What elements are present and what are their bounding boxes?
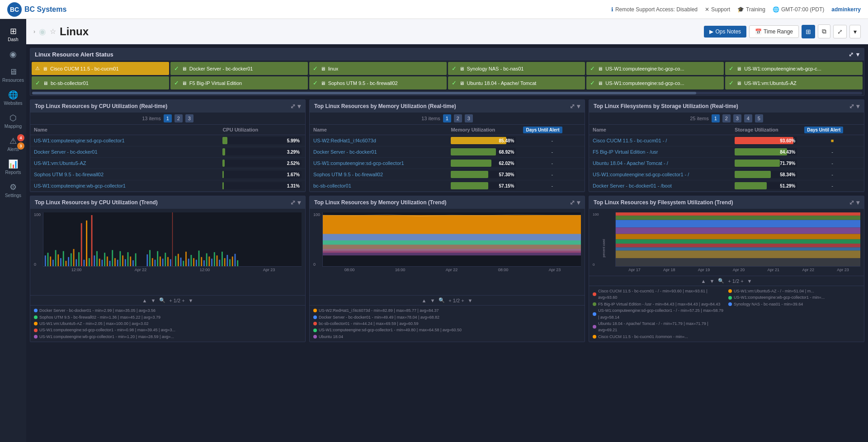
up-arrow[interactable]: ▲ [142, 298, 147, 303]
zoom-icon[interactable]: 🔍 [159, 297, 165, 303]
page-btn-stor-3[interactable]: 3 [733, 114, 741, 122]
page-btn-stor-5[interactable]: 5 [755, 114, 763, 122]
expand-icon-memory[interactable]: ⤢ [570, 103, 575, 110]
fullscreen-button[interactable]: ⤢ [833, 25, 847, 38]
sidebar-item-websites[interactable]: 🌐 Websites [0, 86, 26, 109]
down-icon[interactable]: ▼ [189, 298, 193, 303]
expand-icon-cpu-trend[interactable]: ⤢ [290, 199, 296, 206]
time-range-button[interactable]: 📅 Time Range [749, 25, 799, 38]
resource-link[interactable]: Docker Server - bc-docker01 [313, 149, 377, 155]
list-item[interactable]: ⚠ 🖥 Cisco CUCM 11.5 - bc-cucm01 [32, 62, 169, 75]
alert-collapse-icon[interactable]: ▾ [856, 51, 859, 58]
resource-link[interactable]: US-W1:vm:Ubuntu5-AZ [34, 160, 86, 166]
page-btn-mem-1[interactable]: 1 [443, 114, 451, 122]
table-row[interactable]: US-W1:computeengine:sd-gcp-collector1 5.… [30, 135, 305, 146]
table-row[interactable]: US-W2:RedHat1_i:f4c6073d 85.48% - [310, 135, 585, 146]
table-row[interactable]: F5 Big-IP Virtual Edition - /usr 84.43% … [589, 146, 864, 158]
up-arrow-fs[interactable]: ▲ [701, 278, 706, 284]
resource-link[interactable]: bc-sb-collector01 [313, 183, 351, 188]
page-btn-stor-4[interactable]: 4 [744, 114, 752, 122]
resource-link[interactable]: US-W1:computeengine:sd-gcp-collector1 - … [593, 172, 689, 177]
resource-link[interactable]: Cisco CUCM 11.5 - bc-cucm01 - / [593, 138, 667, 143]
resource-link[interactable]: US-W2:RedHat1_i:f4c6073d [313, 138, 376, 143]
sidebar-item-alerts[interactable]: ⚠ Alerts 4 3 [0, 132, 26, 155]
collapse-icon-mem-trend[interactable]: ▾ [577, 199, 580, 206]
list-item[interactable]: ✓ 🖥 US-W1:computeengine:sd-gcp-co... [586, 76, 724, 89]
list-item[interactable]: ✓ 🖥 Sophos UTM 9.5 - bc-firewall02 [309, 76, 447, 89]
zoom-icon-mem[interactable]: 🔍 [439, 297, 445, 303]
expand-icon-mem-trend[interactable]: ⤢ [570, 199, 575, 206]
training-link[interactable]: 🎓 Training [737, 6, 765, 13]
sidebar-item-dash[interactable]: ⊞ Dash [0, 23, 26, 46]
resource-link[interactable]: Docker Server - bc-docker01 - /boot [593, 183, 672, 188]
alert-expand-icon[interactable]: ⤢ [849, 51, 854, 58]
resource-link[interactable]: US-W1:computeengine:wb-gcp-collector1 [34, 183, 126, 188]
table-row[interactable]: Ubuntu 18.04 - Apache/ Tomcat - / 71.79%… [589, 158, 864, 169]
table-row[interactable]: US-W1:computeengine:sd-gcp-collector1 62… [310, 158, 585, 169]
down-icon-mem[interactable]: ▼ [468, 298, 473, 303]
table-row[interactable]: Docker Server - bc-docker01 68.92% - [310, 146, 585, 158]
page-btn-2[interactable]: 2 [175, 114, 183, 122]
sidebar-item-mapping[interactable]: ⬡ Mapping [0, 109, 26, 132]
down-arrow-mem[interactable]: ▼ [430, 298, 435, 303]
logo[interactable]: BC BC Systems [7, 2, 66, 17]
list-item[interactable]: ✓ 🖥 Synology NAS - bc-nas01 [448, 62, 585, 75]
sidebar-item-reports[interactable]: 📊 Reports [0, 155, 26, 179]
page-btn-mem-2[interactable]: 2 [454, 114, 462, 122]
collapse-icon[interactable]: ▾ [297, 103, 301, 110]
sidebar-item-settings[interactable]: ⚙ Settings [0, 179, 26, 202]
table-row[interactable]: Sophos UTM 9.5 - bc-firewall02 57.30% - [310, 169, 585, 180]
table-row[interactable]: bc-sb-collector01 57.15% - [310, 180, 585, 192]
expand-icon-fs-trend[interactable]: ⤢ [849, 199, 854, 206]
collapse-icon-storage[interactable]: ▾ [856, 103, 859, 110]
list-item[interactable]: ✓ 🖥 linux [309, 62, 447, 75]
list-item[interactable]: ✓ 🖥 US-W1:vm:Ubuntu5-AZ [725, 76, 863, 89]
table-row[interactable]: Docker Server - bc-docker01 3.29% [30, 146, 305, 158]
resource-link[interactable]: Ubuntu 18.04 - Apache/ Tomcat - / [593, 160, 668, 166]
page-btn-stor-1[interactable]: 1 [712, 114, 720, 122]
up-arrow-mem[interactable]: ▲ [422, 298, 427, 303]
collapse-icon-memory[interactable]: ▾ [577, 103, 580, 110]
collapse-icon-cpu-trend[interactable]: ▾ [297, 199, 301, 206]
page-btn-mem-3[interactable]: 3 [465, 114, 473, 122]
down-arrow-fs[interactable]: ▼ [709, 278, 714, 284]
copy-button[interactable]: ⧉ [818, 24, 830, 38]
page-btn-stor-2[interactable]: 2 [722, 114, 731, 122]
table-row[interactable]: Cisco CUCM 11.5 - bc-cucm01 - / 93.60% ■ [589, 135, 864, 146]
list-item[interactable]: ✓ 🖥 F5 Big-IP Virtual Edition [170, 76, 308, 89]
zoom-icon-fs[interactable]: 🔍 [718, 278, 724, 284]
collapse-icon-fs-trend[interactable]: ▾ [856, 199, 859, 206]
star-icon[interactable]: ☆ [50, 27, 56, 36]
resource-link[interactable]: F5 Big-IP Virtual Edition - /usr [593, 149, 658, 155]
more-button[interactable]: ▾ [849, 25, 861, 38]
table-row[interactable]: Sophos UTM 9.5 - bc-firewall02 1.67% [30, 169, 305, 180]
chevron-right-icon[interactable]: › [33, 28, 35, 35]
page-btn-3[interactable]: 3 [185, 114, 193, 122]
list-item[interactable]: ✓ 🖥 US-W1:computeengine:bc-gcp-co... [586, 62, 724, 75]
list-item[interactable]: ✓ 🖥 bc-sb-collector01 [32, 76, 169, 89]
expand-icon-storage[interactable]: ⤢ [849, 103, 854, 110]
remote-support-status[interactable]: ℹ Remote Support Access: Disabled [611, 6, 698, 13]
resource-link[interactable]: Docker Server - bc-docker01 [34, 149, 98, 155]
table-row[interactable]: Docker Server - bc-docker01 - /boot 51.2… [589, 180, 864, 192]
resource-link[interactable]: US-W1:computeengine:sd-gcp-collector1 [313, 160, 404, 166]
list-item[interactable]: ✓ 🖥 Ubuntu 18.04 - Apache/ Tomcat [448, 76, 585, 89]
user-menu[interactable]: adminkerry [831, 6, 861, 13]
sidebar-item-palette[interactable]: ◉ [0, 46, 26, 64]
support-link[interactable]: ✕ Support [705, 6, 730, 13]
grid-button[interactable]: ⊞ [802, 25, 815, 38]
down-icon-fs[interactable]: ▼ [747, 278, 752, 284]
list-item[interactable]: ✓ 🖥 Docker Server - bc-docker01 [170, 62, 308, 75]
resource-link[interactable]: Sophos UTM 9.5 - bc-firewall02 [34, 172, 104, 177]
sidebar-item-resources[interactable]: 🖥 Resources [0, 64, 26, 86]
resource-link[interactable]: US-W1:computeengine:sd-gcp-collector1 [34, 138, 125, 143]
scrollbar[interactable] [32, 92, 862, 94]
table-row[interactable]: US-W1:computeengine:sd-gcp-collector1 - … [589, 169, 864, 180]
resource-link[interactable]: Sophos UTM 9.5 - bc-firewall02 [313, 172, 383, 177]
page-btn-1[interactable]: 1 [164, 114, 172, 122]
table-row[interactable]: US-W1:vm:Ubuntu5-AZ 2.52% [30, 158, 305, 169]
expand-icon[interactable]: ⤢ [290, 103, 296, 110]
table-row[interactable]: US-W1:computeengine:wb-gcp-collector1 1.… [30, 180, 305, 192]
ops-notes-button[interactable]: ▶ Ops Notes [704, 26, 746, 38]
down-arrow[interactable]: ▼ [151, 298, 156, 303]
